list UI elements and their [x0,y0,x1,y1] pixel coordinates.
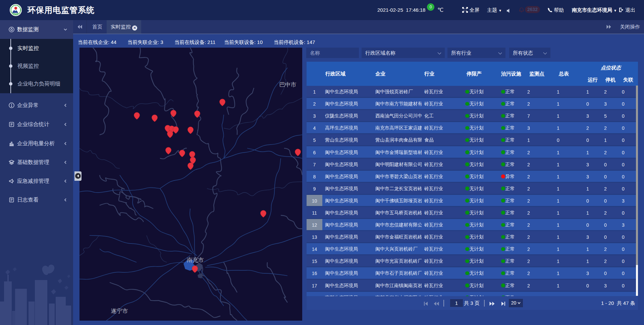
svg-text:遂宁市: 遂宁市 [111,308,128,314]
svg-text:巴中市: 巴中市 [279,82,297,88]
svg-text:南充市: 南充市 [187,257,204,263]
